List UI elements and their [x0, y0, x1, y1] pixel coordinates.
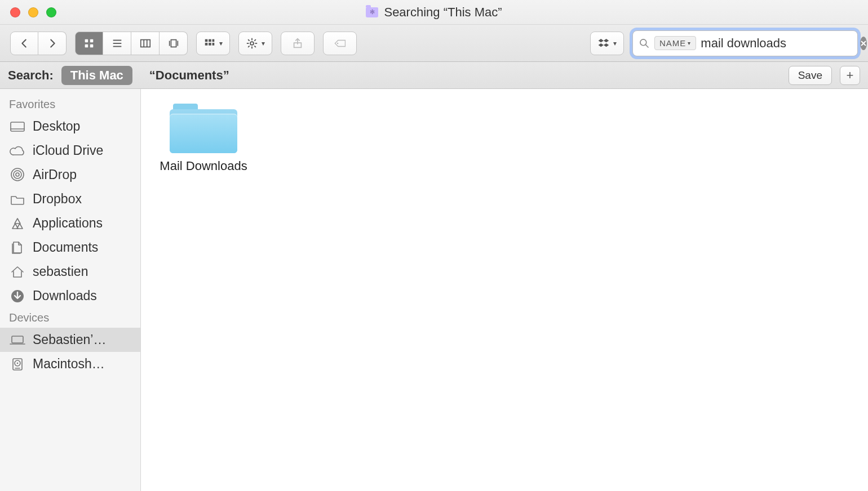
- svg-rect-15: [209, 39, 211, 42]
- chevron-right-icon: [46, 37, 59, 50]
- list-icon: [111, 37, 123, 50]
- grid-icon: [83, 37, 95, 50]
- svg-rect-0: [85, 39, 88, 42]
- search-input[interactable]: [701, 36, 856, 51]
- svg-line-26: [248, 46, 250, 47]
- svg-rect-13: [205, 39, 208, 42]
- save-search-button[interactable]: Save: [789, 66, 832, 85]
- edit-tags-button[interactable]: [323, 32, 357, 55]
- sidebar-item[interactable]: Dropbox: [0, 187, 140, 211]
- svg-point-30: [640, 39, 646, 45]
- sidebar-section-header: Devices: [0, 308, 140, 328]
- sidebar-item[interactable]: Desktop: [0, 114, 140, 139]
- dropbox-button[interactable]: ▾: [590, 32, 624, 55]
- icon-view-button[interactable]: [75, 32, 103, 55]
- folder-icon: [9, 192, 26, 207]
- svg-line-25: [254, 46, 256, 47]
- search-icon: [639, 38, 650, 49]
- chevron-down-icon: ▾: [219, 39, 223, 47]
- svg-rect-34: [11, 122, 24, 131]
- search-field[interactable]: NAME ▾: [632, 30, 858, 56]
- svg-rect-40: [12, 336, 23, 343]
- window-controls: [0, 7, 56, 17]
- minimize-window-button[interactable]: [28, 7, 38, 17]
- sidebar-item[interactable]: Downloads: [0, 284, 140, 308]
- home-icon: [9, 265, 26, 279]
- window-title: Searching “This Mac”: [0, 5, 868, 20]
- zoom-window-button[interactable]: [46, 7, 56, 17]
- svg-rect-7: [140, 39, 150, 47]
- search-token-label: NAME: [659, 38, 686, 48]
- share-button[interactable]: [281, 32, 315, 55]
- clear-search-button[interactable]: [860, 37, 867, 50]
- sidebar-item[interactable]: Applications: [0, 211, 140, 235]
- dropbox-icon: [597, 37, 610, 50]
- svg-rect-1: [90, 39, 94, 42]
- scope-documents[interactable]: “Documents”: [140, 66, 238, 85]
- svg-point-43: [17, 362, 19, 364]
- sidebar-item-label: AirDrop: [33, 167, 77, 182]
- svg-line-27: [254, 39, 256, 41]
- sidebar-item[interactable]: Macintosh…: [0, 352, 140, 376]
- share-icon: [291, 37, 304, 50]
- search-token[interactable]: NAME ▾: [654, 36, 696, 50]
- coverflow-icon: [167, 37, 180, 50]
- svg-line-31: [646, 44, 649, 47]
- forward-button[interactable]: [38, 32, 67, 55]
- main-split: FavoritesDesktopiCloud DriveAirDropDropb…: [0, 89, 868, 491]
- chevron-left-icon: [18, 37, 30, 50]
- svg-rect-10: [171, 39, 176, 47]
- documents-icon: [9, 240, 26, 255]
- sidebar-section-header: Favorites: [0, 95, 140, 114]
- back-button[interactable]: [10, 32, 38, 55]
- sidebar-item[interactable]: Documents: [0, 235, 140, 260]
- add-criteria-button[interactable]: +: [840, 66, 860, 85]
- scope-this-mac[interactable]: This Mac: [61, 66, 132, 85]
- svg-point-19: [250, 42, 254, 45]
- svg-point-37: [14, 171, 21, 178]
- arrange-icon: [203, 37, 216, 50]
- view-switcher: [75, 32, 188, 55]
- sidebar-item-label: iCloud Drive: [33, 143, 103, 158]
- tag-icon: [334, 37, 346, 50]
- sidebar-item-label: sebastien: [33, 264, 88, 279]
- titlebar: Searching “This Mac”: [0, 0, 868, 25]
- svg-line-24: [248, 39, 250, 41]
- smart-folder-icon: [366, 7, 378, 17]
- desktop-icon: [9, 119, 26, 134]
- sidebar-item[interactable]: AirDrop: [0, 163, 140, 187]
- svg-point-36: [16, 173, 19, 176]
- sidebar-item[interactable]: Sebastien’…: [0, 328, 140, 352]
- sidebar-item-label: Dropbox: [33, 191, 82, 207]
- svg-rect-18: [212, 43, 215, 46]
- action-menu-button[interactable]: ▾: [238, 32, 272, 55]
- svg-rect-14: [205, 43, 208, 46]
- hdd-icon: [9, 357, 26, 372]
- sidebar-item-label: Documents: [33, 240, 98, 255]
- arrange-button[interactable]: ▾: [196, 32, 230, 55]
- close-icon: [860, 40, 867, 47]
- sidebar-item-label: Desktop: [33, 119, 80, 134]
- apps-icon: [9, 216, 26, 231]
- columns-icon: [139, 37, 152, 50]
- cloud-icon: [9, 144, 26, 158]
- search-scope-bar: Search: This Mac “Documents” Save +: [0, 62, 868, 89]
- close-window-button[interactable]: [10, 7, 20, 17]
- toolbar: ▾ ▾ ▾ NAME ▾: [0, 25, 868, 62]
- svg-point-29: [337, 42, 339, 44]
- svg-rect-2: [85, 44, 88, 47]
- svg-rect-17: [212, 39, 215, 42]
- sidebar-item[interactable]: iCloud Drive: [0, 139, 140, 163]
- svg-rect-3: [90, 44, 94, 47]
- list-view-button[interactable]: [103, 32, 131, 55]
- sidebar-item[interactable]: sebastien: [0, 260, 140, 284]
- result-item[interactable]: Mail Downloads: [156, 104, 251, 173]
- laptop-icon: [9, 333, 26, 347]
- download-icon: [9, 289, 26, 303]
- column-view-button[interactable]: [131, 32, 160, 55]
- nav-group: [10, 32, 67, 55]
- sidebar-item-label: Applications: [33, 216, 103, 231]
- sidebar-item-label: Downloads: [33, 288, 97, 303]
- sidebar-item-label: Sebastien’…: [33, 332, 106, 347]
- coverflow-view-button[interactable]: [160, 32, 188, 55]
